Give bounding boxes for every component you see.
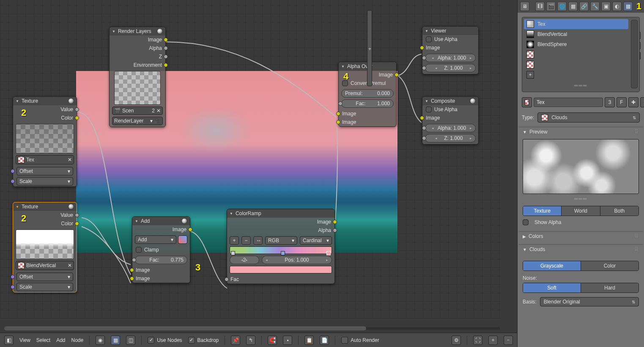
texture-slot-list[interactable]: Tex BlendVertical BlendSphere + ═══ bbox=[522, 17, 640, 92]
output-socket-image[interactable] bbox=[164, 38, 168, 42]
input-socket-offset[interactable] bbox=[11, 169, 15, 173]
node-mix-add[interactable]: ▼ Add Image Add▾ Clamp Fac: 0.775 Image … bbox=[132, 216, 190, 283]
context-texture-icon[interactable]: ▩ bbox=[623, 2, 633, 11]
node-header[interactable]: ▼ Add bbox=[132, 217, 190, 225]
paste-nodes-icon[interactable]: 📄 bbox=[320, 336, 329, 345]
node-header[interactable]: ▼ Composite bbox=[422, 97, 478, 105]
input-socket-image1[interactable] bbox=[130, 268, 134, 272]
node-editor-viewport[interactable]: ▼ Render Layers Image Alpha Z Environmen… bbox=[0, 0, 501, 319]
fac-slider[interactable]: Fac:1.000 bbox=[341, 99, 394, 108]
bg-fit-icon[interactable]: ⛶ bbox=[473, 336, 482, 345]
texture-slot-item-3[interactable] bbox=[524, 49, 628, 60]
context-data-icon[interactable]: ▣ bbox=[601, 2, 611, 11]
collapse-icon[interactable]: ▼ bbox=[230, 212, 233, 216]
alpha-input[interactable]: ◂Alpha: 1.000▸ bbox=[425, 54, 476, 62]
texture-slot-item-0[interactable]: Tex bbox=[524, 19, 628, 29]
output-socket-z[interactable] bbox=[164, 55, 168, 59]
z-input[interactable]: ◂Z: 1.000▸ bbox=[425, 134, 476, 142]
premul-slider[interactable]: Premul:0.000 bbox=[341, 89, 394, 98]
horizontal-scrollbar[interactable] bbox=[0, 324, 517, 333]
editor-type-selector[interactable]: ◧ bbox=[4, 336, 14, 345]
context-render-icon[interactable]: 🖥 bbox=[520, 2, 529, 11]
collapse-icon[interactable]: ▼ bbox=[425, 99, 428, 103]
snap-type[interactable]: ▪ bbox=[283, 336, 292, 345]
preview-resize-grip[interactable]: ═══ bbox=[523, 196, 639, 202]
output-socket-env[interactable] bbox=[164, 63, 168, 67]
context-material-icon[interactable]: ◐ bbox=[612, 2, 622, 11]
blend-mode-dropdown[interactable]: Add▾ bbox=[135, 235, 176, 244]
region-resize-handle[interactable] bbox=[367, 10, 372, 86]
tree-type-shader[interactable]: ◉ bbox=[96, 336, 105, 345]
input-socket-fac[interactable] bbox=[225, 277, 229, 281]
unlink-texture-button[interactable]: ✕ bbox=[640, 97, 644, 107]
clamp-checkbox[interactable] bbox=[136, 247, 142, 253]
grip-icon[interactable]: ⠿ bbox=[635, 246, 639, 252]
context-scene-icon[interactable]: 🎬 bbox=[546, 2, 556, 11]
texture-slot-item-4[interactable] bbox=[524, 60, 628, 70]
color-picker-icon[interactable] bbox=[178, 235, 187, 244]
input-socket-fac[interactable] bbox=[132, 258, 136, 262]
preview-tab-texture[interactable]: Texture bbox=[523, 206, 561, 216]
texture-datablock[interactable]: BlendVertical ✕ bbox=[16, 261, 74, 270]
use-nodes-toggle[interactable]: Use Nodes bbox=[148, 337, 182, 344]
node-header[interactable]: ▼ Render Layers bbox=[110, 27, 165, 36]
backdrop-toggle[interactable]: Backdrop bbox=[188, 337, 219, 344]
menu-view[interactable]: View bbox=[19, 337, 30, 343]
output-socket-value[interactable] bbox=[75, 107, 79, 112]
grip-icon[interactable]: ⠿ bbox=[635, 129, 639, 135]
input-socket-alpha[interactable] bbox=[422, 126, 426, 130]
section-header-preview[interactable]: ▼Preview⠿ bbox=[518, 127, 643, 137]
auto-render-toggle[interactable]: Auto Render bbox=[341, 337, 379, 344]
input-socket-image[interactable] bbox=[420, 46, 424, 50]
pin-icon[interactable]: 📌 bbox=[231, 336, 240, 345]
ramp-index[interactable]: ◂2▸ bbox=[230, 256, 259, 264]
preview-tab-both[interactable]: Both bbox=[600, 206, 639, 216]
collapse-icon[interactable]: ▼ bbox=[341, 65, 345, 68]
input-socket-fac[interactable] bbox=[338, 101, 343, 106]
render-layer-selector[interactable]: RenderLayer ▾ 🎥 bbox=[112, 117, 163, 125]
node-render-layers[interactable]: ▼ Render Layers Image Alpha Z Environmen… bbox=[109, 27, 166, 127]
context-world-icon[interactable]: 🌐 bbox=[557, 2, 567, 11]
texture-slot-item-2[interactable]: BlendSphere bbox=[524, 39, 628, 49]
input-socket-scale[interactable] bbox=[11, 285, 15, 289]
tree-type-texture[interactable]: ◫ bbox=[126, 336, 135, 345]
snap-toggle[interactable]: 🧲 bbox=[268, 336, 277, 345]
ramp-stop-2[interactable] bbox=[326, 251, 331, 255]
context-modifiers-icon[interactable]: 🔧 bbox=[590, 2, 600, 11]
render-scene-icon[interactable]: 🎥 bbox=[154, 118, 161, 124]
texture-slot-item-5[interactable]: + bbox=[524, 70, 628, 80]
show-alpha-checkbox[interactable] bbox=[523, 219, 529, 225]
input-socket-alpha[interactable] bbox=[422, 56, 426, 60]
browse-texture-button[interactable] bbox=[522, 97, 532, 107]
output-socket-value[interactable] bbox=[75, 213, 79, 217]
color-ramp-gradient[interactable] bbox=[230, 246, 332, 254]
input-socket-image2[interactable] bbox=[336, 120, 340, 124]
ramp-remove-stop[interactable]: − bbox=[241, 236, 251, 245]
node-composite[interactable]: ▼ Composite Use Alpha Image ◂Alpha: 1.00… bbox=[422, 96, 479, 145]
context-constraints-icon[interactable]: 🔗 bbox=[579, 2, 589, 11]
bg-zoom-out-icon[interactable]: － bbox=[504, 336, 513, 345]
z-input[interactable]: ◂Z: 1.000▸ bbox=[425, 64, 476, 72]
grip-icon[interactable]: ⠿ bbox=[635, 233, 639, 239]
node-header[interactable]: ▼ Texture bbox=[13, 202, 77, 211]
menu-select[interactable]: Select bbox=[36, 337, 50, 343]
input-socket-image2[interactable] bbox=[130, 276, 134, 281]
performance-icon[interactable]: ⚙ bbox=[452, 336, 461, 345]
bg-zoom-in-icon[interactable]: ＋ bbox=[488, 336, 498, 345]
output-socket-alpha[interactable] bbox=[164, 46, 168, 50]
output-socket-image[interactable] bbox=[395, 73, 399, 77]
noise-hard[interactable]: Hard bbox=[581, 283, 639, 292]
node-header[interactable]: ▼ ColorRamp bbox=[227, 209, 334, 218]
ramp-flip[interactable]: ↔ bbox=[253, 236, 263, 245]
ramp-stop-0[interactable] bbox=[231, 251, 235, 255]
node-color-ramp[interactable]: ▼ ColorRamp Image Alpha + − ↔ RGB▾ Cardi… bbox=[227, 209, 335, 284]
collapse-icon[interactable]: ▼ bbox=[135, 219, 138, 223]
new-texture-button[interactable]: ✚ bbox=[628, 97, 639, 107]
section-header-clouds[interactable]: ▼Clouds⠿ bbox=[518, 244, 643, 254]
users-count[interactable]: 3 bbox=[605, 97, 615, 107]
unlink-icon[interactable]: ✕ bbox=[68, 262, 72, 268]
output-socket-image[interactable] bbox=[188, 227, 192, 232]
fac-slider[interactable]: Fac: 0.775 bbox=[135, 256, 187, 264]
texture-type-dropdown[interactable]: Clouds ⇅ bbox=[537, 112, 640, 123]
copy-nodes-icon[interactable]: 📋 bbox=[304, 336, 314, 345]
